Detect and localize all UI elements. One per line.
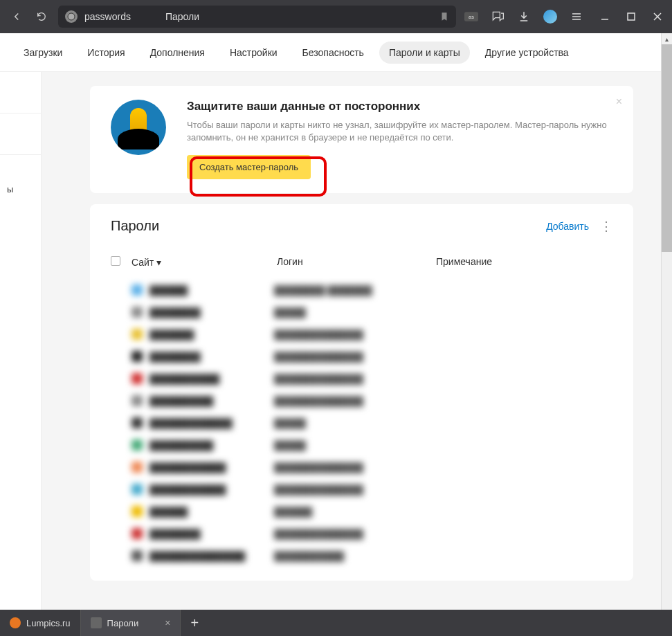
browser-tab-lumpics[interactable]: Lumpics.ru — [0, 610, 81, 636]
site-favicon-icon — [131, 506, 143, 517]
nav-tab[interactable]: Настройки — [220, 42, 287, 64]
site-favicon-icon — [131, 550, 143, 561]
toolbar-icons: as — [464, 10, 583, 24]
nav-tab[interactable]: Загрузки — [14, 42, 72, 64]
address-page-title: Пароли — [165, 11, 199, 22]
sidebar-item[interactable] — [0, 113, 41, 155]
row-site: █████████████ — [149, 418, 274, 428]
address-bar[interactable]: passwords Пароли — [58, 6, 456, 28]
promo-title: Защитите ваши данные от посторонних — [187, 100, 612, 113]
row-site: ████████ — [149, 307, 274, 318]
site-favicon-icon — [131, 462, 143, 473]
window-controls — [599, 12, 664, 21]
svg-rect-3 — [628, 13, 635, 20]
passwords-panel: Пароли Добавить ⋮ Сайт ▾ Логин Примечани… — [90, 204, 633, 581]
scroll-up-icon[interactable]: ▴ — [662, 33, 672, 44]
menu-icon[interactable] — [570, 10, 583, 24]
passwords-columns-header: Сайт ▾ Логин Примечание — [111, 251, 612, 279]
site-favicon-icon — [131, 284, 143, 296]
row-site: ███████████ — [149, 374, 274, 384]
main-panel: Защитите ваши данные от посторонних Чтоб… — [42, 72, 661, 594]
column-site[interactable]: Сайт ▾ — [131, 256, 277, 269]
tab-bar: Lumpics.ru Пароли × + — [0, 610, 672, 636]
site-favicon-icon — [131, 373, 143, 384]
row-site: ██████████ — [149, 440, 274, 451]
promo-content: Защитите ваши данные от посторонних Чтоб… — [187, 100, 612, 179]
download-icon[interactable] — [517, 10, 531, 24]
scrollbar-thumb[interactable] — [662, 44, 672, 252]
reload-button[interactable] — [33, 8, 50, 25]
more-options-icon[interactable]: ⋮ — [600, 219, 612, 234]
maximize-button[interactable] — [625, 12, 637, 21]
tab-label: Пароли — [107, 618, 139, 628]
site-favicon-icon — [131, 351, 143, 362]
sidebar-item[interactable] — [0, 155, 41, 176]
row-login: █████ — [274, 418, 433, 428]
nav-tab[interactable]: Безопасность — [293, 42, 374, 64]
weather-icon[interactable] — [543, 10, 557, 24]
password-row[interactable]: ████████████ ██████████████ — [111, 478, 612, 500]
browser-toolbar: passwords Пароли as — [0, 0, 672, 33]
promo-close-icon[interactable]: × — [616, 96, 622, 108]
tab-close-icon[interactable]: × — [165, 617, 170, 628]
password-row[interactable]: ████████ ██████████████ — [111, 523, 612, 545]
passwords-rows: ██████ ████████ ███████ ████████ █████ █… — [111, 279, 612, 567]
password-row[interactable]: ███████████ ██████████████ — [111, 367, 612, 390]
password-row[interactable]: █████████████ █████ — [111, 412, 612, 434]
feedback-icon[interactable] — [491, 10, 505, 24]
password-row[interactable]: ████████████ ██████████████ — [111, 456, 612, 478]
browser-tab-passwords[interactable]: Пароли × — [81, 610, 181, 636]
svg-point-0 — [68, 13, 75, 20]
row-login: ████████ ███████ — [274, 285, 433, 296]
sidebar-item-partial[interactable]: ы — [0, 176, 41, 203]
row-login: ██████████████ — [274, 374, 433, 384]
password-row[interactable]: ██████████ ██████████████ — [111, 390, 612, 412]
row-login: ██████████████ — [274, 484, 433, 495]
password-row[interactable]: ███████ ██████████████ — [111, 323, 612, 345]
nav-tab[interactable]: Пароли и карты — [379, 42, 470, 64]
row-login: ██████████████ — [274, 529, 433, 539]
row-site: ████████████ — [149, 462, 274, 473]
row-site: ███████████████ — [149, 551, 274, 561]
site-favicon-icon — [131, 307, 143, 318]
site-icon — [65, 10, 78, 23]
row-login: █████ — [274, 307, 433, 318]
password-row[interactable]: ███████████████ ███████████ — [111, 545, 612, 567]
passwords-title: Пароли — [111, 218, 546, 234]
site-favicon-icon — [131, 329, 143, 340]
select-all-checkbox[interactable] — [111, 256, 120, 266]
close-button[interactable] — [651, 12, 664, 21]
row-login: ██████████████ — [274, 396, 433, 406]
row-site: ██████ — [149, 285, 274, 296]
password-row[interactable]: ██████ ████████ ███████ — [111, 279, 612, 301]
site-favicon-icon — [131, 484, 143, 495]
password-row[interactable]: ██████ ██████ — [111, 500, 612, 523]
column-note[interactable]: Примечание — [436, 256, 612, 269]
row-login: ██████████████ — [274, 462, 433, 473]
vertical-scrollbar[interactable]: ▴ — [661, 33, 672, 610]
back-button[interactable] — [8, 8, 25, 25]
nav-tab[interactable]: Дополнения — [140, 42, 215, 64]
password-row[interactable]: ████████ █████ — [111, 301, 612, 323]
nav-tab[interactable]: Другие устройства — [475, 42, 579, 64]
password-row[interactable]: ████████ ██████████████ — [111, 345, 612, 367]
add-password-button[interactable]: Добавить — [546, 221, 589, 232]
new-tab-button[interactable]: + — [181, 615, 208, 631]
sidebar-item[interactable] — [0, 72, 41, 113]
tab-label: Lumpics.ru — [26, 618, 71, 628]
promo-illustration-icon — [111, 100, 166, 155]
master-password-promo: Защитите ваши данные от посторонних Чтоб… — [90, 86, 633, 193]
content-area: ЗагрузкиИсторияДополненияНастройкиБезопа… — [0, 33, 661, 610]
password-row[interactable]: ██████████ █████ — [111, 434, 612, 456]
site-favicon-icon — [131, 417, 143, 428]
lastfm-icon[interactable]: as — [464, 10, 478, 24]
sidebar: ы — [0, 72, 42, 610]
create-master-password-button[interactable]: Создать мастер-пароль — [187, 155, 311, 179]
bookmark-icon[interactable] — [439, 11, 449, 22]
row-site: ████████████ — [149, 484, 274, 495]
column-login[interactable]: Логин — [277, 256, 436, 269]
favicon-icon — [10, 617, 21, 628]
minimize-button[interactable] — [599, 12, 611, 21]
nav-tab[interactable]: История — [78, 42, 134, 64]
favicon-icon — [91, 617, 102, 628]
